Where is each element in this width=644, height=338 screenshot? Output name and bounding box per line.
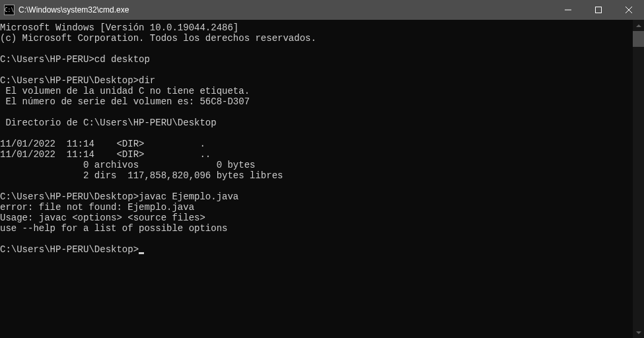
terminal-line: Microsoft Windows [Versión 10.0.19044.24… bbox=[0, 22, 633, 33]
scrollbar-arrow-up-icon[interactable] bbox=[633, 20, 644, 31]
terminal-line: C:\Users\HP-PERU\Desktop> bbox=[0, 244, 633, 255]
client-area: Microsoft Windows [Versión 10.0.19044.24… bbox=[0, 20, 644, 338]
terminal-line: use --help for a list of possible option… bbox=[0, 223, 633, 234]
minimize-button[interactable] bbox=[553, 0, 583, 20]
terminal-line: 11/01/2022 11:14 <DIR> .. bbox=[0, 149, 633, 160]
window-title: C:\Windows\system32\cmd.exe bbox=[18, 5, 553, 15]
cursor bbox=[139, 252, 144, 254]
terminal-line: El volumen de la unidad C no tiene etiqu… bbox=[0, 86, 633, 96]
terminal-line bbox=[0, 107, 633, 118]
svg-marker-5 bbox=[636, 331, 641, 334]
maximize-button[interactable] bbox=[583, 0, 614, 20]
title-bar: C:\ C:\Windows\system32\cmd.exe bbox=[0, 0, 644, 20]
terminal-line bbox=[0, 181, 633, 191]
window-controls bbox=[553, 0, 644, 20]
svg-rect-1 bbox=[596, 7, 602, 13]
terminal-line: (c) Microsoft Corporation. Todos los der… bbox=[0, 33, 633, 44]
terminal-line: 2 dirs 117,858,820,096 bytes libres bbox=[0, 170, 633, 181]
terminal-line: Usage: javac <options> <source files> bbox=[0, 213, 633, 223]
terminal-line: C:\Users\HP-PERU>cd desktop bbox=[0, 54, 633, 65]
terminal-line bbox=[0, 128, 633, 139]
terminal-line: Directorio de C:\Users\HP-PERU\Desktop bbox=[0, 118, 633, 128]
cmd-icon: C:\ bbox=[4, 5, 15, 15]
terminal-line: 11/01/2022 11:14 <DIR> . bbox=[0, 139, 633, 149]
scrollbar[interactable] bbox=[633, 20, 644, 338]
terminal-line bbox=[0, 234, 633, 244]
svg-marker-4 bbox=[636, 24, 641, 27]
terminal-line: C:\Users\HP-PERU\Desktop>dir bbox=[0, 75, 633, 86]
terminal-line: error: file not found: Ejemplo.java bbox=[0, 202, 633, 213]
close-button[interactable] bbox=[614, 0, 644, 20]
terminal-line bbox=[0, 65, 633, 75]
terminal-line: 0 archivos 0 bytes bbox=[0, 160, 633, 170]
terminal-line bbox=[0, 44, 633, 54]
terminal-line: C:\Users\HP-PERU\Desktop>javac Ejemplo.j… bbox=[0, 191, 633, 202]
scrollbar-thumb[interactable] bbox=[633, 31, 644, 47]
scrollbar-arrow-down-icon[interactable] bbox=[633, 327, 644, 338]
terminal-output[interactable]: Microsoft Windows [Versión 10.0.19044.24… bbox=[0, 20, 633, 338]
terminal-line: El número de serie del volumen es: 56C8-… bbox=[0, 96, 633, 107]
